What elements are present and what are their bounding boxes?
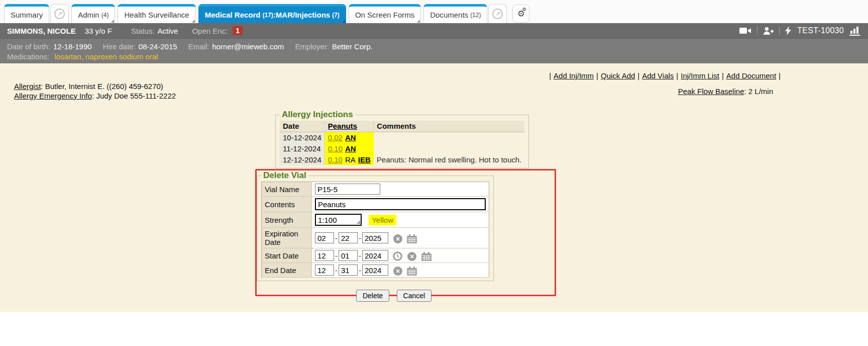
expiration-date-label: Expiration Date <box>262 228 312 248</box>
end-date-label: End Date <box>262 263 312 278</box>
allergist-link[interactable]: Allergist <box>14 82 41 91</box>
dose-link[interactable]: 0.10 <box>328 144 343 153</box>
injection-header-row: Date Peanuts Comments <box>280 121 524 132</box>
tab-documents-popout[interactable]: ↗ <box>488 4 507 23</box>
open-enc-badge[interactable]: 1 <box>233 26 243 35</box>
reaction-code-link[interactable]: IEB <box>358 155 371 164</box>
status-label: Status: <box>131 27 155 35</box>
dose-link[interactable]: 0.10 <box>328 155 343 164</box>
add-person-icon[interactable] <box>763 27 774 35</box>
add-vials-link[interactable]: Add Vials <box>642 71 674 80</box>
delete-button[interactable]: Delete <box>356 290 389 302</box>
injection-row: 11-12-2024 0.10AN <box>280 143 524 154</box>
medications-line: Medications: losartan, naproxen sodium o… <box>7 52 861 62</box>
vial-name-row: Vial Name <box>262 182 489 197</box>
strength-input[interactable] <box>315 214 362 226</box>
expiration-day-input[interactable] <box>339 232 358 243</box>
strength-label: Strength <box>262 212 312 228</box>
video-camera-icon[interactable] <box>739 27 751 35</box>
tab-summary[interactable]: Summary ↗ <box>4 4 69 23</box>
end-month-input[interactable] <box>315 265 334 276</box>
divider <box>779 27 780 35</box>
patient-id: TEST-10030 <box>797 26 844 35</box>
vial-name-input[interactable] <box>315 184 380 195</box>
cancel-button[interactable]: Cancel <box>397 290 432 302</box>
dob-value: 12-18-1990 <box>53 42 92 51</box>
contents-label: Contents <box>262 197 312 212</box>
start-month-input[interactable] <box>315 250 334 261</box>
reaction-code: RA <box>345 155 356 164</box>
tab-admin[interactable]: Admin (4) <box>71 4 115 23</box>
expiration-month-input[interactable] <box>315 232 334 243</box>
quick-add-link[interactable]: Quick Add <box>601 71 635 80</box>
start-year-input[interactable] <box>362 250 388 261</box>
allergy-injections-title: Allergy Injections <box>280 110 355 120</box>
expiration-year-input[interactable] <box>362 232 388 243</box>
injection-dose-cell: 0.10RAIEB <box>324 154 374 165</box>
delete-vial-form: Vial Name Contents Strength Yellow <box>261 182 489 278</box>
resize-handle-icon <box>357 220 360 224</box>
start-day-input[interactable] <box>339 250 358 261</box>
allergy-contacts: Allergist: Butler, Internist E. ((260) 4… <box>14 81 176 101</box>
peanuts-column-link[interactable]: Peanuts <box>328 122 357 130</box>
contents-input[interactable] <box>315 198 486 210</box>
end-date-row: End Date -- <box>262 263 489 278</box>
injection-date: 10-12-2024 <box>280 132 324 143</box>
allergy-emergency-info-link[interactable]: Allergy Emergency Info <box>14 92 92 100</box>
start-clock-icon[interactable] <box>393 251 402 261</box>
peak-flow-baseline-link[interactable]: Peak Flow Baseline <box>678 87 744 96</box>
dropdown-corner-icon <box>417 20 420 23</box>
employer-value: Better Corp. <box>332 42 373 51</box>
open-enc-label: Open Enc: <box>192 27 228 35</box>
expiration-clear-icon[interactable] <box>393 234 402 243</box>
end-calendar-icon[interactable] <box>407 267 417 276</box>
strength-row: Strength Yellow <box>262 212 489 228</box>
bottom-whitespace <box>0 312 868 346</box>
column-date: Date <box>280 121 324 132</box>
tab-documents[interactable]: Documents (12) ↗ <box>423 4 507 23</box>
peak-flow-baseline: Peak Flow Baseline: 2 L/min <box>678 87 773 96</box>
lightning-bolt-icon[interactable] <box>785 26 791 35</box>
reaction-code-link[interactable]: AN <box>345 144 356 153</box>
delete-vial-highlight-box: Delete Vial Vial Name Contents Strength <box>255 169 556 296</box>
medication-link[interactable]: naproxen sodium oral <box>85 52 158 61</box>
settings-gears-icon-small: ⚙ <box>522 7 527 12</box>
settings-button[interactable]: ⚙ ⚙ <box>512 5 529 23</box>
tab-summary-popout[interactable]: ↗ <box>50 4 69 23</box>
start-date-label: Start Date <box>262 248 312 263</box>
delete-vial-title: Delete Vial <box>261 170 308 181</box>
patient-header-bar: SIMMONS, NICOLE 33 y/o F Status: Active … <box>0 23 868 38</box>
end-clear-icon[interactable] <box>393 267 402 276</box>
strength-color-note: Yellow <box>369 215 396 225</box>
tab-health-surveillance[interactable]: Health Surveillance <box>118 4 195 23</box>
bar-chart-icon[interactable] <box>849 26 861 36</box>
chart-content: |Add Inj/Imm|Quick Add|Add Vials|Inj/Imm… <box>0 63 868 312</box>
patient-name: SIMMONS, NICOLE <box>7 27 76 35</box>
patient-demographics-bar: Date of birth:12-18-1990 Hire date:08-24… <box>0 38 868 63</box>
expiration-date-row: Expiration Date -- <box>262 228 489 248</box>
injection-row: 10-12-2024 0.02AN <box>280 132 524 143</box>
injection-date: 11-12-2024 <box>280 143 324 154</box>
hire-date-value: 08-24-2015 <box>139 42 177 51</box>
inj-imm-list-link[interactable]: Inj/Imm List <box>681 71 719 80</box>
dropdown-corner-icon <box>342 20 345 23</box>
medication-link[interactable]: losartan <box>54 52 81 61</box>
dose-link[interactable]: 0.02 <box>328 133 343 142</box>
expiration-calendar-icon[interactable] <box>407 234 417 243</box>
start-clear-icon[interactable] <box>407 252 416 261</box>
demographics-line: Date of birth:12-18-1990 Hire date:08-24… <box>7 42 861 52</box>
tab-on-screen-forms[interactable]: On Screen Forms <box>349 4 421 23</box>
end-day-input[interactable] <box>339 265 358 276</box>
popout-arrow-icon: ↗ <box>492 9 503 19</box>
divider <box>757 27 757 35</box>
start-calendar-icon[interactable] <box>421 252 431 261</box>
add-inj-imm-link[interactable]: Add Inj/Imm <box>554 71 594 80</box>
reaction-code-link[interactable]: AN <box>345 133 356 142</box>
dropdown-corner-icon <box>192 20 195 23</box>
tab-medical-record[interactable]: Medical Record (17) :MAR/Injections (7) <box>198 4 346 23</box>
status-value: Active <box>158 27 178 35</box>
add-document-link[interactable]: Add Document <box>726 71 776 80</box>
end-year-input[interactable] <box>362 265 388 276</box>
injection-dose-cell: 0.10AN <box>324 143 374 154</box>
injection-comment <box>374 143 524 154</box>
